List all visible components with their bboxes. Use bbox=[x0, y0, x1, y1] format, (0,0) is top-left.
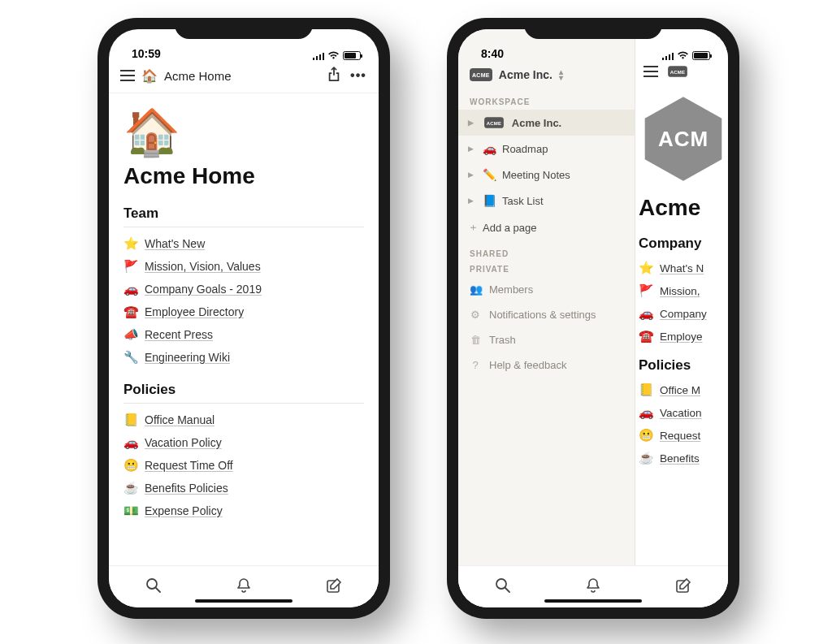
screen: 8:40 ACME Acme Inc. ▴▾ WORKSPACE ▶ ACME … bbox=[458, 29, 728, 607]
link-label: Vacation bbox=[660, 407, 702, 419]
notifications-tab[interactable] bbox=[236, 577, 252, 597]
search-tab[interactable] bbox=[145, 577, 162, 597]
page-link[interactable]: 🚩Mission, Vision, Values bbox=[124, 255, 364, 278]
link-label: Engineering Wiki bbox=[145, 351, 230, 364]
page-link[interactable]: 🚗Vacation Policy bbox=[124, 431, 364, 454]
disclosure-triangle-icon[interactable]: ▶ bbox=[468, 145, 476, 153]
compose-tab[interactable] bbox=[675, 577, 691, 597]
page-link[interactable]: ☕Benefits bbox=[639, 447, 728, 469]
phone-mockup-right: 8:40 ACME Acme Inc. ▴▾ WORKSPACE ▶ ACME … bbox=[447, 18, 739, 619]
compose-tab[interactable] bbox=[326, 577, 342, 597]
page-link[interactable]: 🚗Company Goals - 2019 bbox=[124, 278, 364, 300]
share-button[interactable] bbox=[325, 67, 343, 84]
workspace-badge-icon: ACME bbox=[470, 68, 492, 81]
star-icon: ⭐ bbox=[124, 236, 138, 251]
section-heading-company: Company bbox=[639, 236, 728, 252]
disclosure-triangle-icon[interactable]: ▶ bbox=[468, 171, 476, 179]
gear-icon: ⚙ bbox=[470, 309, 481, 321]
page-link[interactable]: 🚗Vacation bbox=[639, 401, 728, 424]
phone-icon: ☎️ bbox=[124, 305, 138, 319]
link-label: Mission, Vision, Values bbox=[145, 260, 261, 273]
notifications-tab[interactable] bbox=[585, 577, 601, 597]
status-time: 8:40 bbox=[481, 47, 504, 60]
page-link[interactable]: ⭐What's N bbox=[639, 257, 728, 279]
phone-notch bbox=[524, 18, 662, 39]
add-page-button[interactable]: ＋ Add a page bbox=[458, 214, 635, 241]
svg-line-1 bbox=[156, 588, 160, 592]
pencil-icon: ✏️ bbox=[483, 168, 496, 181]
link-label: Request Time Off bbox=[145, 459, 233, 472]
page-title[interactable]: Acme bbox=[639, 195, 728, 221]
link-label: Company Goals - 2019 bbox=[145, 283, 262, 296]
section-heading-policies: Policies bbox=[639, 357, 728, 374]
status-indicators bbox=[662, 51, 711, 60]
menu-button[interactable] bbox=[644, 66, 658, 76]
help-icon: ? bbox=[470, 359, 481, 371]
sidebar-item-meeting-notes[interactable]: ▶ ✏️ Meeting Notes bbox=[458, 162, 635, 188]
phone-notch bbox=[175, 18, 313, 39]
label: Notifications & settings bbox=[489, 309, 596, 321]
page-link[interactable]: 🚩Mission, bbox=[639, 279, 728, 302]
settings-button[interactable]: ⚙Notifications & settings bbox=[458, 302, 635, 327]
car-icon: 🚗 bbox=[124, 282, 138, 296]
label: Trash bbox=[489, 334, 516, 346]
phone-icon: ☎️ bbox=[639, 329, 653, 344]
page-link[interactable]: 😬Request bbox=[639, 424, 728, 447]
flag-icon: 🚩 bbox=[639, 283, 653, 298]
section-heading-policies: Policies bbox=[124, 382, 364, 398]
search-tab[interactable] bbox=[495, 577, 511, 597]
page-link[interactable]: 📒Office Manual bbox=[124, 408, 364, 431]
wrench-icon: 🔧 bbox=[124, 350, 138, 365]
section-heading-team: Team bbox=[124, 205, 364, 222]
page-link[interactable]: 📒Office M bbox=[639, 378, 728, 401]
page-link[interactable]: 💵Expense Policy bbox=[124, 499, 364, 522]
sidebar-item-acme-inc[interactable]: ▶ ACME Acme Inc. bbox=[458, 110, 635, 136]
page-content-partial: ACME ACM Acme Company ⭐What's N 🚩Mission… bbox=[635, 29, 728, 607]
trash-icon: 🗑 bbox=[470, 334, 481, 346]
link-label: Benefits Policies bbox=[145, 482, 228, 495]
page-link[interactable]: 🔧Engineering Wiki bbox=[124, 346, 364, 369]
sidebar-item-roadmap[interactable]: ▶ 🚗 Roadmap bbox=[458, 136, 635, 162]
link-label: Employe bbox=[660, 331, 703, 343]
members-button[interactable]: 👥Members bbox=[458, 277, 635, 302]
page-icon[interactable]: 🏠 bbox=[124, 110, 364, 155]
link-label: Company bbox=[660, 308, 707, 320]
link-label: What's N bbox=[660, 262, 704, 274]
cellular-signal-icon bbox=[662, 52, 674, 60]
page-link[interactable]: 📣Recent Press bbox=[124, 323, 364, 346]
coffee-icon: ☕ bbox=[124, 481, 138, 495]
wifi-icon bbox=[677, 51, 689, 60]
more-menu-button[interactable]: ••• bbox=[349, 68, 367, 83]
sidebar-item-task-list[interactable]: ▶ 📘 Task List bbox=[458, 188, 635, 214]
link-label: Office Manual bbox=[145, 413, 214, 426]
trash-button[interactable]: 🗑Trash bbox=[458, 327, 635, 352]
coffee-icon: ☕ bbox=[639, 451, 653, 465]
battery-icon bbox=[343, 51, 361, 60]
phone-mockup-left: 10:59 🏠 Acme Home ••• 🏠 Acme Home Team bbox=[98, 18, 390, 619]
disclosure-triangle-icon[interactable]: ▶ bbox=[468, 119, 476, 127]
link-label: Request bbox=[660, 430, 700, 442]
svg-point-4 bbox=[496, 579, 506, 589]
page-link[interactable]: ⭐What's New bbox=[124, 232, 364, 255]
page-link[interactable]: ☎️Employee Directory bbox=[124, 300, 364, 323]
disclosure-triangle-icon[interactable]: ▶ bbox=[468, 197, 476, 205]
breadcrumb-title[interactable]: Acme Home bbox=[164, 69, 318, 83]
breadcrumb-icon: 🏠 bbox=[141, 68, 158, 84]
page-link[interactable]: 😬Request Time Off bbox=[124, 454, 364, 477]
menu-button[interactable] bbox=[120, 70, 135, 80]
page-link[interactable]: ☕Benefits Policies bbox=[124, 477, 364, 499]
label: Members bbox=[489, 283, 533, 296]
workspace-switcher[interactable]: ACME Acme Inc. ▴▾ bbox=[458, 62, 635, 89]
svg-point-0 bbox=[147, 579, 157, 589]
link-label: Office M bbox=[660, 384, 700, 396]
link-label: Recent Press bbox=[145, 328, 213, 341]
workspace-logo[interactable]: ACM bbox=[639, 94, 728, 184]
page-link[interactable]: 🚗Company bbox=[639, 302, 728, 325]
chevron-up-down-icon: ▴▾ bbox=[559, 69, 563, 80]
car-icon: 🚗 bbox=[124, 435, 138, 450]
label: Help & feedback bbox=[489, 359, 566, 371]
wifi-icon bbox=[327, 51, 340, 60]
page-title[interactable]: Acme Home bbox=[124, 163, 364, 189]
page-link[interactable]: ☎️Employe bbox=[639, 325, 728, 348]
help-button[interactable]: ?Help & feedback bbox=[458, 352, 635, 378]
